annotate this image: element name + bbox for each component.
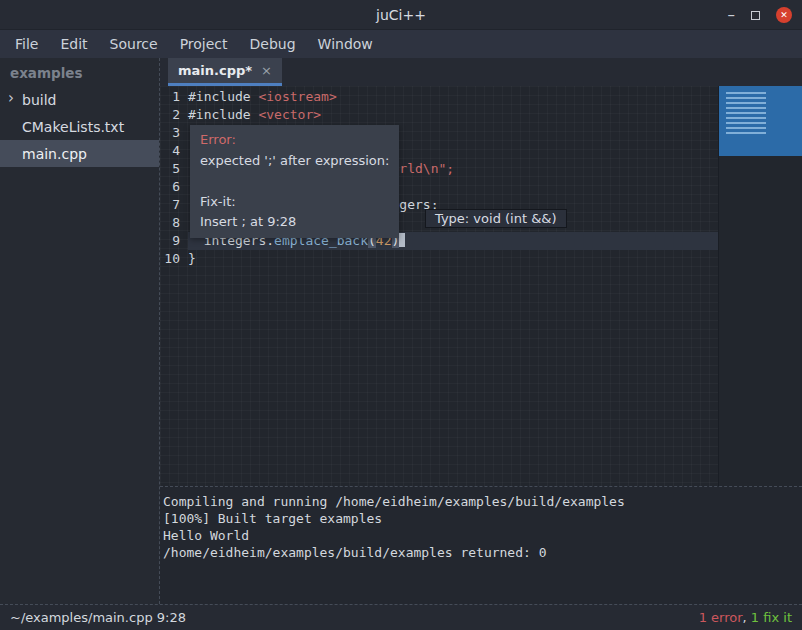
status-fixit-count: 1 fix it bbox=[751, 610, 792, 625]
tree-item-maincpp[interactable]: main.cpp bbox=[0, 140, 159, 167]
diagnostic-spacer bbox=[200, 171, 389, 192]
editor: 1 #include <iostream> 2 #include <vector… bbox=[160, 86, 802, 486]
tree-item-cmakelists[interactable]: CMakeLists.txt bbox=[0, 113, 159, 140]
tab-close-icon[interactable]: × bbox=[261, 63, 272, 78]
code-text: #include <iostream> bbox=[188, 88, 718, 106]
tab-maincpp[interactable]: main.cpp* × bbox=[168, 58, 282, 86]
status-file-location: ~/examples/main.cpp 9:28 bbox=[10, 610, 186, 625]
window-title: juCi++ bbox=[376, 7, 426, 23]
titlebar: juCi++ – ✕ bbox=[0, 0, 802, 30]
diagnostic-tooltip: Error: expected ';' after expression: Fi… bbox=[190, 125, 399, 238]
menu-debug[interactable]: Debug bbox=[239, 36, 307, 52]
main-area: examples › build CMakeLists.txt main.cpp… bbox=[0, 58, 802, 604]
editor-column: main.cpp* × 1 #include <iostream> 2 #inc… bbox=[160, 58, 802, 604]
line-number: 3 bbox=[160, 124, 188, 142]
line-number: 9 bbox=[160, 232, 188, 250]
status-diagnostics: 1 error, 1 fix it bbox=[699, 610, 792, 625]
tree-item-label: build bbox=[22, 92, 56, 108]
code-text: #include <vector> bbox=[188, 106, 718, 124]
fixit-title: Fix-it: bbox=[200, 192, 389, 213]
menu-source[interactable]: Source bbox=[99, 36, 169, 52]
code-token: #include bbox=[188, 89, 258, 104]
code-token: } bbox=[188, 251, 196, 266]
terminal-line: [100%] Built target examples bbox=[163, 510, 799, 527]
line-number: 5 bbox=[160, 160, 188, 178]
line-number: 7 bbox=[160, 196, 188, 214]
tree-item-label: CMakeLists.txt bbox=[22, 119, 124, 135]
chevron-right-icon[interactable]: › bbox=[8, 89, 14, 107]
statusbar: ~/examples/main.cpp 9:28 1 error, 1 fix … bbox=[0, 604, 802, 630]
line-number: 10 bbox=[160, 250, 188, 268]
status-separator: , bbox=[743, 610, 751, 625]
menu-file[interactable]: File bbox=[4, 36, 49, 52]
code-line-10[interactable]: 10 } bbox=[160, 250, 718, 268]
close-button[interactable]: ✕ bbox=[776, 7, 792, 23]
line-number: 8 bbox=[160, 214, 188, 232]
code-token: #include bbox=[188, 107, 258, 122]
menu-edit[interactable]: Edit bbox=[49, 36, 98, 52]
diagnostic-title: Error: bbox=[200, 130, 389, 151]
overview-strip bbox=[718, 86, 802, 486]
project-name: examples bbox=[0, 58, 159, 86]
code-text: } bbox=[188, 250, 718, 268]
code-token-header: <vector> bbox=[258, 107, 321, 122]
window-controls: – ✕ bbox=[728, 0, 793, 30]
terminal-panel[interactable]: Compiling and running /home/eidheim/exam… bbox=[160, 486, 802, 604]
code-line-2[interactable]: 2 #include <vector> bbox=[160, 106, 718, 124]
fixit-message: Insert ; at 9:28 bbox=[200, 212, 389, 233]
terminal-line: Compiling and running /home/eidheim/exam… bbox=[163, 493, 799, 510]
text-cursor bbox=[399, 233, 405, 247]
type-tooltip: Type: void (int &&) bbox=[425, 209, 567, 228]
terminal-line: Hello World bbox=[163, 527, 799, 544]
line-number: 1 bbox=[160, 88, 188, 106]
menubar: File Edit Source Project Debug Window bbox=[0, 30, 802, 58]
tree-item-build[interactable]: › build bbox=[0, 86, 159, 113]
terminal-line: /home/eidheim/examples/build/examples re… bbox=[163, 544, 799, 561]
line-number: 4 bbox=[160, 142, 188, 160]
code-line-1[interactable]: 1 #include <iostream> bbox=[160, 88, 718, 106]
line-number: 6 bbox=[160, 178, 188, 196]
status-error-count: 1 error bbox=[699, 610, 743, 625]
tabbar: main.cpp* × bbox=[160, 58, 802, 86]
minimap[interactable] bbox=[719, 86, 802, 156]
tree-item-label: main.cpp bbox=[22, 146, 87, 162]
minimize-button[interactable]: – bbox=[728, 8, 736, 23]
tab-label: main.cpp* bbox=[178, 63, 252, 78]
file-tree-panel: examples › build CMakeLists.txt main.cpp bbox=[0, 58, 160, 604]
code-token-header: <iostream> bbox=[258, 89, 336, 104]
diagnostic-message: expected ';' after expression: bbox=[200, 151, 389, 172]
menu-window[interactable]: Window bbox=[307, 36, 384, 52]
juci-window: juCi++ – ✕ File Edit Source Project Debu… bbox=[0, 0, 802, 630]
line-number: 2 bbox=[160, 106, 188, 124]
maximize-button[interactable] bbox=[751, 11, 760, 20]
menu-project[interactable]: Project bbox=[169, 36, 239, 52]
